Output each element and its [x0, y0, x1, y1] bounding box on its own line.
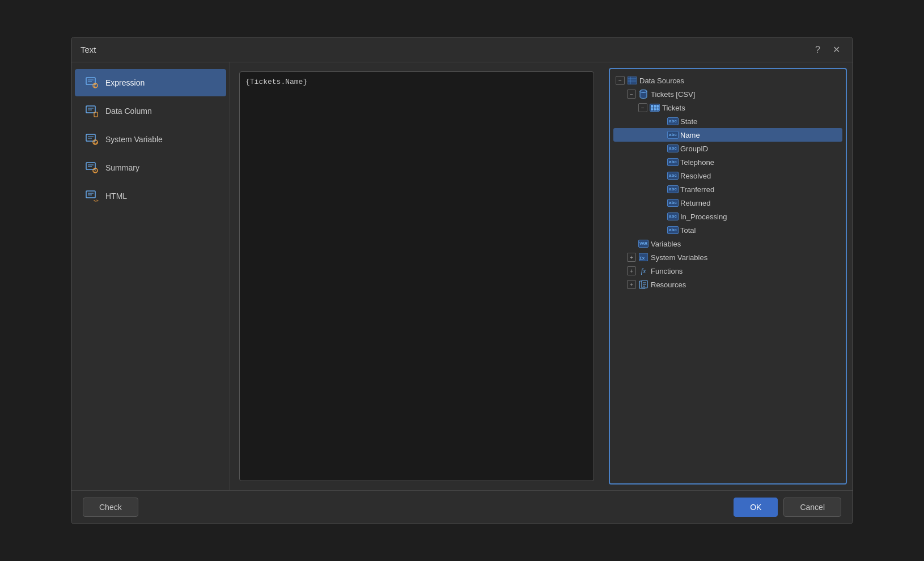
- tree-node-in-processing[interactable]: abc In_Processing: [613, 210, 842, 223]
- in-processing-abc-icon: abc: [668, 211, 678, 222]
- svg-rect-23: [628, 76, 637, 84]
- name-abc-icon: abc: [668, 130, 678, 140]
- editor-area: {Tickets.Name}: [230, 62, 603, 490]
- sidebar-item-html[interactable]: </> HTML: [75, 182, 226, 210]
- svg-rect-19: [86, 191, 95, 198]
- sidebar-item-summary[interactable]: S Summary: [75, 154, 226, 181]
- tree-node-variables[interactable]: VAR Variables: [613, 237, 842, 250]
- resolved-label: Resolved: [680, 172, 711, 180]
- groupid-abc-icon: abc: [668, 143, 678, 154]
- spacer-in-processing: [656, 212, 666, 221]
- telephone-abc-icon: abc: [668, 157, 678, 167]
- in-processing-label: In_Processing: [680, 212, 727, 221]
- returned-label: Returned: [680, 199, 710, 207]
- spacer-name: [656, 130, 666, 139]
- csv-icon: [638, 89, 649, 99]
- sidebar-system-variable-label: System Variable: [105, 135, 163, 144]
- expression-icon: Σ: [84, 75, 100, 91]
- functions-label: Functions: [651, 267, 683, 275]
- footer-left: Check: [83, 498, 138, 517]
- svg-text:Σx: Σx: [94, 141, 99, 144]
- resolved-abc-icon: abc: [668, 171, 678, 181]
- svg-text:Σ: Σ: [94, 84, 96, 88]
- svg-point-28: [640, 90, 647, 93]
- sidebar-item-system-variable[interactable]: Σx System Variable: [75, 126, 226, 153]
- groupid-label: GroupID: [680, 144, 708, 153]
- functions-icon: fx: [638, 266, 649, 276]
- telephone-label: Telephone: [680, 158, 714, 167]
- total-abc-icon: abc: [668, 225, 678, 235]
- text-dialog: Text ? ✕ Σ Expression: [71, 37, 853, 524]
- tree-panel-inner: − Data Sources −: [610, 69, 846, 296]
- tree-node-tickets-table[interactable]: − Tickets: [613, 101, 842, 114]
- tree-node-data-sources[interactable]: − Data Sources: [613, 74, 842, 87]
- tree-node-resources[interactable]: + Resources: [613, 278, 842, 291]
- sidebar-item-expression[interactable]: Σ Expression: [75, 69, 226, 96]
- total-label: Total: [680, 226, 696, 235]
- tree-node-tranferred[interactable]: abc Tranferred: [613, 182, 842, 196]
- expression-editor[interactable]: {Tickets.Name}: [239, 71, 594, 481]
- toggle-data-sources[interactable]: −: [616, 76, 625, 85]
- toggle-functions[interactable]: +: [627, 266, 636, 275]
- variables-icon: VAR: [638, 239, 649, 249]
- help-button[interactable]: ?: [812, 44, 824, 56]
- dialog-body: Σ Expression Data Column: [71, 62, 853, 490]
- tree-node-telephone[interactable]: abc Telephone: [613, 155, 842, 169]
- system-variables-label: System Variables: [651, 253, 707, 262]
- summary-icon: S: [84, 160, 100, 176]
- tranferred-label: Tranferred: [680, 185, 714, 194]
- sidebar: Σ Expression Data Column: [71, 62, 230, 490]
- spacer-telephone: [656, 158, 666, 167]
- tree-node-resolved[interactable]: abc Resolved: [613, 169, 842, 182]
- state-abc-icon: abc: [668, 116, 678, 126]
- spacer-total: [656, 226, 666, 235]
- tree-node-returned[interactable]: abc Returned: [613, 196, 842, 210]
- spacer-state: [656, 117, 666, 126]
- title-controls: ? ✕: [812, 43, 844, 56]
- svg-text:Σx: Σx: [639, 256, 645, 261]
- sidebar-html-label: HTML: [105, 192, 127, 201]
- data-column-icon: [84, 103, 100, 119]
- tree-node-groupid[interactable]: abc GroupID: [613, 142, 842, 155]
- tickets-table-label: Tickets: [662, 104, 685, 112]
- html-icon: </>: [84, 188, 100, 204]
- system-variable-icon: Σx: [84, 131, 100, 147]
- resources-icon: [638, 279, 649, 290]
- svg-text:</>: </>: [94, 199, 99, 202]
- variables-label: Variables: [651, 240, 681, 248]
- resources-label: Resources: [651, 280, 686, 289]
- toggle-resources[interactable]: +: [627, 280, 636, 289]
- sidebar-data-column-label: Data Column: [105, 107, 152, 116]
- state-label: State: [680, 117, 697, 126]
- tree-node-name[interactable]: abc Name: [613, 128, 842, 142]
- data-sources-label: Data Sources: [639, 76, 684, 85]
- spacer-returned: [656, 198, 666, 207]
- name-label: Name: [680, 131, 700, 139]
- tree-node-state[interactable]: abc State: [613, 114, 842, 128]
- tree-node-tickets-csv[interactable]: − Tickets [CSV]: [613, 87, 842, 101]
- svg-text:S: S: [94, 168, 96, 173]
- toggle-system-variables[interactable]: +: [627, 253, 636, 262]
- toggle-tickets-csv[interactable]: −: [627, 90, 636, 99]
- check-button[interactable]: Check: [83, 498, 138, 517]
- ok-button[interactable]: OK: [734, 498, 778, 517]
- spacer-variables: [627, 239, 636, 248]
- sidebar-expression-label: Expression: [105, 78, 145, 87]
- tree-node-system-variables[interactable]: + Σx System Variables: [613, 250, 842, 264]
- close-button[interactable]: ✕: [829, 43, 844, 56]
- sidebar-summary-label: Summary: [105, 163, 139, 172]
- returned-abc-icon: abc: [668, 198, 678, 208]
- system-variables-icon: Σx: [638, 252, 649, 262]
- tranferred-abc-icon: abc: [668, 184, 678, 194]
- title-bar: Text ? ✕: [71, 37, 853, 62]
- toggle-tickets-table[interactable]: −: [638, 103, 647, 112]
- svg-rect-5: [86, 106, 95, 113]
- tree-node-total[interactable]: abc Total: [613, 223, 842, 237]
- spacer-groupid: [656, 144, 666, 153]
- datasource-icon: [627, 75, 637, 86]
- footer-right: OK Cancel: [734, 498, 841, 517]
- sidebar-item-data-column[interactable]: Data Column: [75, 97, 226, 125]
- tree-node-functions[interactable]: + fx Functions: [613, 264, 842, 278]
- cancel-button[interactable]: Cancel: [783, 498, 841, 517]
- dialog-title: Text: [80, 45, 96, 54]
